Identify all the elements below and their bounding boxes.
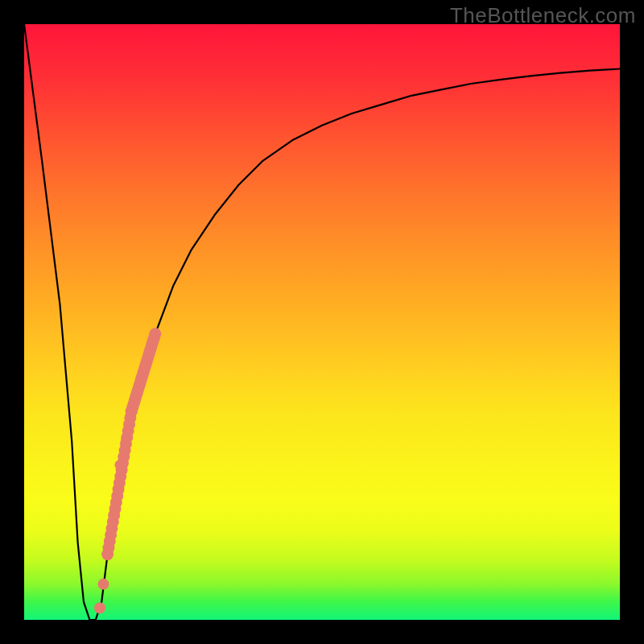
curve-layer: [24, 24, 620, 620]
marker-dot: [121, 436, 130, 446]
marker-dot: [149, 328, 161, 340]
plot-area: [24, 24, 620, 620]
watermark-text: TheBottleneck.com: [450, 3, 636, 28]
marker-group: [94, 328, 161, 613]
marker-dot: [94, 602, 105, 613]
chart-container: TheBottleneck.com: [0, 0, 644, 644]
marker-dot: [97, 579, 109, 590]
marker-dot: [114, 460, 124, 470]
